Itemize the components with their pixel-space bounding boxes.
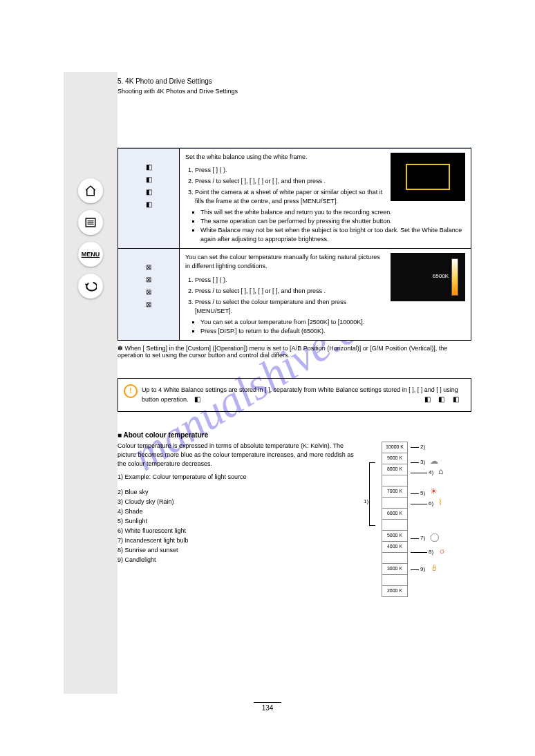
list-item: 4) Shade: [118, 507, 361, 516]
home-button[interactable]: [78, 178, 103, 203]
wb-set-desc: Set the white balance using the white fr…: [180, 149, 471, 249]
scale-row: [382, 552, 408, 563]
leader-line: [411, 447, 419, 448]
back-button[interactable]: [78, 274, 103, 299]
wbk-icon-1: ⊠: [142, 263, 155, 272]
wbset-icon-1: ◧: [142, 162, 155, 172]
kelvin-slider-value: 6500K: [433, 272, 449, 281]
hint-bulb-icon: !: [124, 384, 138, 398]
scale-row: 10000 K: [382, 442, 408, 453]
legend-num: 7): [420, 535, 425, 541]
list-item: 8) Sunrise and sunset: [118, 546, 361, 555]
leader-line: [411, 473, 427, 473]
list-item: 9) Candlelight: [118, 556, 361, 565]
legend-num: 6): [429, 500, 433, 507]
note: You can set a colour temperature from [2…: [200, 318, 465, 327]
wbset-icon-3: ◧: [142, 187, 155, 197]
bracket-label: 1): [364, 498, 368, 504]
wb-footnote: ✽ When [ Setting] in the [Custom] ([Oper…: [118, 345, 471, 359]
kelvin-chart: 1) 10000 K 9000 K 8000 K 7000 K 6000 K 5…: [368, 442, 471, 573]
wb-table: ◧ ◧ ◧ ◧ Set the white balance using the …: [118, 148, 471, 341]
scale-row: 2000 K: [382, 585, 408, 597]
hint-box: ! Up to 4 White Balance settings are sto…: [118, 378, 471, 413]
scale-row: [382, 475, 408, 486]
wbset-icon-2: ◧: [142, 175, 155, 185]
legend-num: 8): [429, 549, 433, 555]
leader-line: [411, 569, 419, 570]
wbset-icon: ◧: [194, 395, 204, 405]
kelvin-scale: 10000 K 9000 K 8000 K 7000 K 6000 K 5000…: [382, 442, 408, 597]
leader-line: [411, 462, 419, 463]
sidebar: MENU: [64, 72, 118, 694]
list-item: 5) Sunlight: [118, 517, 361, 526]
scale-row: 8000 K: [382, 464, 408, 475]
note: White Balance may not be set when the su…: [200, 226, 465, 244]
main-content: 5. 4K Photo and Drive Settings Shooting …: [118, 72, 471, 573]
note: This will set the white balance and retu…: [200, 208, 465, 217]
fluorescent-icon: ⌇: [438, 498, 442, 507]
wbset-icon-4: ◧: [142, 200, 155, 209]
kelvin-section: ■ About colour temperature Colour temper…: [118, 431, 471, 573]
scale-row: 5000 K: [382, 530, 408, 541]
wb-k-desc: 6500K You can set the colour temperature…: [180, 249, 471, 340]
menu-icon: MENU: [82, 251, 100, 258]
wbk-icon-2: ⊠: [142, 275, 155, 285]
home-icon: [84, 185, 97, 197]
bracket-icon: [369, 462, 375, 526]
leader-line: [411, 493, 419, 494]
kelvin-text: Colour temperature is expressed in terms…: [118, 442, 361, 573]
legend-num: 9): [420, 566, 425, 572]
list-icon: [84, 216, 97, 229]
sun-icon: ☀: [430, 487, 438, 495]
list-item: 2) Blue sky: [118, 488, 361, 497]
leader-line: [411, 552, 427, 553]
wbk-icon-4: ⊠: [142, 300, 155, 310]
scale-row: 4000 K: [382, 541, 408, 552]
kelvin-slider-icon: [451, 258, 458, 296]
list-item: 6) White fluorescent light: [118, 527, 361, 536]
list-item: 3) Cloudy sky (Rain): [118, 498, 361, 507]
scale-row: [382, 519, 408, 530]
section-title: 5. 4K Photo and Drive Settings: [118, 77, 471, 85]
legend-num: 4): [429, 469, 433, 475]
section-sub: Shooting with 4K Photos and Drive Settin…: [118, 88, 471, 95]
scale-row: [382, 497, 408, 508]
contents-button[interactable]: [78, 210, 103, 235]
shade-icon: ⌂: [438, 467, 443, 475]
legend-num: 5): [420, 490, 425, 496]
preview-kelvin-slider: 6500K: [391, 253, 465, 301]
scale-row: 3000 K: [382, 563, 408, 574]
sunset-icon: ☼: [438, 547, 446, 555]
hint-text: Up to 4 White Balance settings are store…: [142, 386, 458, 403]
wb-set-label: ◧ ◧ ◧ ◧: [118, 149, 180, 249]
kelvin-note1: 1) Example: Colour temperature of light …: [118, 473, 361, 482]
leader-line: [411, 538, 419, 539]
cloud-icon: ☁: [430, 457, 438, 465]
kelvin-heading: ■ About colour temperature: [118, 431, 471, 439]
leader-line: [411, 504, 427, 504]
scale-row: 9000 K: [382, 453, 408, 464]
wbset-icon: ◧: [453, 395, 462, 405]
legend-num: 2): [420, 444, 425, 450]
preview-whiteframe: [391, 153, 465, 201]
page-number: 134: [254, 702, 281, 712]
note: Press [DISP.] to return to the default (…: [200, 327, 465, 336]
table-row: ⊠ ⊠ ⊠ ⊠ 6500K You can set the colour tem…: [118, 249, 471, 340]
white-frame-icon: [406, 164, 450, 190]
scale-row: 7000 K: [382, 486, 408, 497]
scale-row: [382, 574, 408, 585]
list-item: 7) Incandescent light bulb: [118, 536, 361, 545]
back-icon: [84, 280, 97, 292]
wbset-icon: ◧: [424, 395, 434, 405]
scale-row: 6000 K: [382, 508, 408, 519]
wb-k-label: ⊠ ⊠ ⊠ ⊠: [118, 249, 180, 340]
candle-icon: 🕯: [430, 564, 438, 572]
note: The same operation can be performed by p…: [200, 217, 465, 226]
legend-num: 3): [420, 459, 425, 465]
table-row: ◧ ◧ ◧ ◧ Set the white balance using the …: [118, 149, 471, 249]
menu-button[interactable]: MENU: [78, 242, 103, 267]
bulb-icon: ◯: [430, 533, 439, 541]
wbk-icon-3: ⊠: [142, 287, 155, 297]
wbset-icon: ◧: [438, 395, 448, 405]
